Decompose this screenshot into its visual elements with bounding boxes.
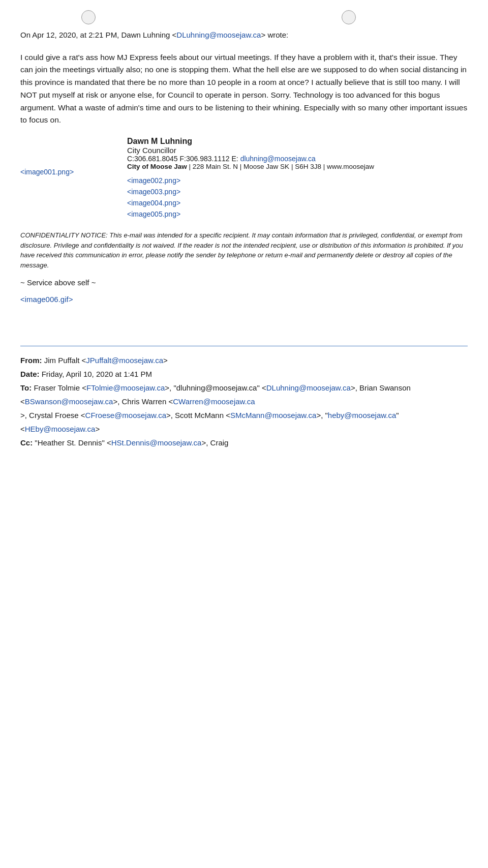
- cc-email1[interactable]: HSt.Dennis@moosejaw.ca: [111, 438, 202, 447]
- sig-city: City of Moose Jaw: [127, 163, 187, 170]
- cc-label: Cc:: [20, 438, 33, 447]
- to-email3[interactable]: BSwanson@moosejaw.ca: [25, 397, 113, 406]
- image002-link[interactable]: <image002.png>: [127, 176, 468, 185]
- reply-intro: On Apr 12, 2020, at 2:21 PM, Dawn Luhnin…: [20, 31, 176, 39]
- to-content-2: >, "dluhning@moosejaw.ca" <: [165, 383, 266, 392]
- to-line: To: Fraser Tolmie <FTolmie@moosejaw.ca>,…: [20, 381, 468, 436]
- reply-sender-email[interactable]: DLuhning@moosejaw.ca: [176, 31, 261, 39]
- image005-link[interactable]: <image005.png>: [127, 210, 468, 218]
- forwarded-email-meta: From: Jim Puffalt <JPuffalt@moosejaw.ca>…: [20, 353, 468, 450]
- sig-title: City Councillor: [127, 146, 468, 155]
- from-suffix: >: [163, 356, 168, 365]
- confidentiality-notice: CONFIDENTIALITY NOTICE: This e-mail was …: [20, 230, 468, 270]
- sig-email-link[interactable]: dluhning@moosejaw.ca: [240, 155, 316, 163]
- drag-handle-left[interactable]: [81, 10, 96, 24]
- email-body-text: I could give a rat's ass how MJ Express …: [20, 51, 468, 127]
- from-line: From: Jim Puffalt <JPuffalt@moosejaw.ca>: [20, 353, 468, 367]
- to-email6[interactable]: SMcMann@moosejaw.ca: [230, 411, 316, 420]
- handles-row: [81, 10, 356, 24]
- sig-contact: C:306.681.8045 F:306.983.1112 E: dluhnin…: [127, 155, 468, 163]
- to-suffix: >: [95, 425, 100, 433]
- to-label: To:: [20, 383, 32, 392]
- to-email8[interactable]: HEby@moosejaw.ca: [25, 425, 96, 433]
- to-email1[interactable]: FTolmie@moosejaw.ca: [86, 383, 165, 392]
- image006-link[interactable]: <image006.gif>: [20, 295, 73, 304]
- cc-content-1: "Heather St. Dennis" <: [35, 438, 111, 447]
- image006-block: <image006.gif>: [20, 295, 468, 305]
- page-container: On Apr 12, 2020, at 2:21 PM, Dawn Luhnin…: [0, 0, 488, 478]
- reply-suffix: > wrote:: [261, 31, 288, 39]
- to-content-6: >, Scott McMann <: [166, 411, 230, 420]
- to-content-5: >, Crystal Froese <: [20, 411, 85, 420]
- to-email4[interactable]: CWarren@moosejaw.ca: [173, 397, 255, 406]
- from-label: From:: [20, 356, 42, 365]
- image003-link[interactable]: <image003.png>: [127, 188, 468, 196]
- to-email7[interactable]: heby@moosejaw.ca: [328, 411, 396, 420]
- image004-link[interactable]: <image004.png>: [127, 199, 468, 207]
- sig-address-detail: | 228 Main St. N | Moose Jaw SK | S6H 3J…: [187, 163, 374, 170]
- forwarded-email-section: From: Jim Puffalt <JPuffalt@moosejaw.ca>…: [20, 346, 468, 450]
- date-value-text: Friday, April 10, 2020 at 1:41 PM: [42, 370, 152, 378]
- image001-link[interactable]: <image001.png>: [20, 168, 74, 176]
- drag-handle-right[interactable]: [342, 10, 356, 24]
- date-label: Date:: [20, 370, 40, 378]
- email-reply-header: On Apr 12, 2020, at 2:21 PM, Dawn Luhnin…: [20, 29, 468, 41]
- sig-image-links: <image002.png> <image003.png> <image004.…: [127, 176, 468, 218]
- from-email-link[interactable]: JPuffalt@moosejaw.ca: [86, 356, 163, 365]
- to-content-7: >, ": [316, 411, 327, 420]
- to-email2[interactable]: DLuhning@moosejaw.ca: [266, 383, 351, 392]
- to-email5[interactable]: CFroese@moosejaw.ca: [85, 411, 166, 420]
- from-name: Jim Puffalt <: [44, 356, 86, 365]
- cc-content-2: >, Craig: [201, 438, 228, 447]
- sig-name: Dawn M Luhning: [127, 137, 468, 146]
- tagline: ~ Service above self ~: [20, 278, 468, 287]
- signature-block: <image001.png> Dawn M Luhning City Counc…: [20, 137, 468, 218]
- to-content-1: Fraser Tolmie <: [34, 383, 86, 392]
- signature-left: <image001.png>: [20, 137, 127, 176]
- to-content-4: >, Chris Warren <: [113, 397, 173, 406]
- signature-right: Dawn M Luhning City Councillor C:306.681…: [127, 137, 468, 218]
- date-line: Date: Friday, April 10, 2020 at 1:41 PM: [20, 367, 468, 381]
- sig-address: City of Moose Jaw | 228 Main St. N | Moo…: [127, 163, 468, 170]
- sig-contact-text: C:306.681.8045 F:306.983.1112 E:: [127, 155, 240, 163]
- cc-line: Cc: "Heather St. Dennis" <HSt.Dennis@moo…: [20, 436, 468, 450]
